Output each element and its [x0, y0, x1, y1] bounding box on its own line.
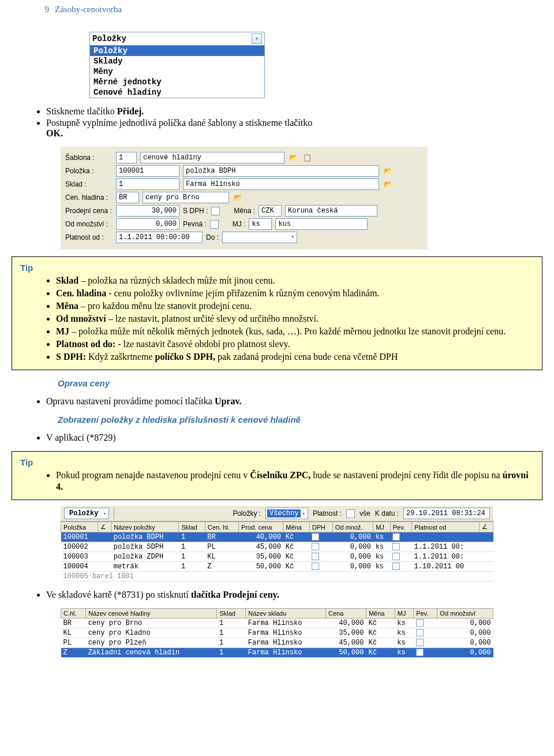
input-sablona-code[interactable]: 1	[116, 152, 137, 163]
chevron-down-icon[interactable]: ▾	[252, 33, 262, 44]
input-odmn[interactable]: 0,000	[116, 218, 179, 230]
tip-label: Tip	[20, 263, 534, 273]
tip-item: Měna – pro každou měnu lze stanovit prod…	[56, 300, 534, 312]
label-polozka: Položka :	[65, 167, 113, 175]
input-kdatu[interactable]: 29.10.2011 08:31:24	[403, 508, 490, 519]
table-row[interactable]: 100003položka ZDPH1KL35,000Kč0,000ks1.1.…	[61, 552, 493, 562]
label-sklad: Sklad :	[65, 180, 113, 188]
polozky-grid-panel: Položky▾ Položky : Všechny▾ Platnost : v…	[61, 506, 493, 582]
label-platod: Platnost od :	[65, 233, 113, 241]
tip-item: Sklad – položka na různých skladech může…	[56, 275, 534, 286]
table-row[interactable]: 100004metrák1Z50,000Kč0,000ks1.10.2011 0…	[61, 562, 493, 572]
subhead-zobrazeni: Zobrazení položky z hlediska příslušnost…	[58, 415, 554, 424]
input-prodc[interactable]: 30,000	[116, 205, 179, 217]
dropdown-item[interactable]: Položky	[90, 46, 264, 56]
input-mj-code[interactable]: ks	[249, 218, 272, 230]
input-sklad-name[interactable]: Farma Hlinsko	[183, 178, 379, 190]
grid-cenove-hladiny[interactable]: C.hl.Název cenové hladinySkladNázev skla…	[61, 608, 493, 658]
label-sdph: S DPH :	[183, 207, 208, 215]
table-row[interactable]: ZZákladní cenová hladin1Farma Hlinsko50,…	[61, 648, 493, 658]
bullet-uprav: Opravu nastavení provádíme pomocí tlačít…	[46, 396, 554, 407]
open-icon[interactable]: 📂	[288, 152, 298, 163]
bullet-ok: Postupně vyplníme jednotlivá políčka dan…	[46, 118, 554, 139]
dropdown-item[interactable]: Měrné jednotky	[90, 77, 264, 87]
label-prodc: Prodejní cena :	[65, 207, 113, 215]
input-polozka-name[interactable]: položka BDPH	[183, 165, 379, 177]
bullet-aplikace: V aplikaci (*8729)	[46, 433, 554, 443]
table-row[interactable]: BRceny pro Brno1Farma Hlinsko40,000Kčks0…	[61, 619, 493, 628]
label-vse: vše	[360, 509, 370, 517]
tip-box-1: Tip Sklad – položka na různých skladech …	[12, 256, 542, 370]
open-icon[interactable]: 📂	[233, 192, 243, 203]
grid-polozky[interactable]: Položka∠Název položkySkladCen. hl.Prod. …	[61, 522, 493, 582]
input-mj-name[interactable]: kus	[275, 218, 368, 230]
input-sablona-name[interactable]: cenové hladiny	[140, 152, 285, 163]
dropdown-field-label: Položky	[92, 34, 126, 43]
page-header: 9 Zásoby-cenotvorba	[0, 0, 554, 14]
checkbox-sdph[interactable]	[211, 207, 220, 215]
label-polozky-filter: Položky :	[233, 509, 261, 517]
cenove-hladiny-grid-panel: C.hl.Název cenové hladinySkladNázev skla…	[61, 608, 493, 658]
label-sablona: Šablona :	[65, 154, 113, 162]
tip-box-2: Tip Pokud program nenajde nastavenou pro…	[12, 451, 542, 500]
bullet-skladova-karta: Ve skladové kartě (*8731) po stisknutí t…	[46, 590, 554, 600]
label-kdatu: K datu :	[375, 509, 399, 517]
input-platod[interactable]: 1.1.2011 00:00:00	[116, 232, 203, 243]
bullet-pridej: Stiskneme tlačítko Přidej.	[46, 106, 554, 117]
label-mj: MJ :	[233, 220, 246, 228]
table-row[interactable]: 100002položka SDPH1PL45,000Kč0,000ks1.1.…	[61, 542, 493, 552]
template-form: Šablona : 1 cenové hladiny 📂 📋 Položka :…	[61, 147, 428, 249]
dropdown-item[interactable]: Měny	[90, 66, 264, 77]
open-icon[interactable]: 📂	[383, 166, 393, 176]
tip-item: Pokud program nenajde nastavenou prodejn…	[56, 470, 534, 493]
label-cenhl: Cen. hladina :	[65, 193, 113, 202]
table-row[interactable]: PLceny pro Plzeň1Farma Hlinsko45,000Kčks…	[61, 638, 493, 648]
page-title: Zásoby-cenotvorba	[55, 5, 122, 14]
combo-polozky[interactable]: Položky▾	[64, 508, 109, 519]
open-icon[interactable]: 📂	[383, 179, 393, 189]
input-mena-code[interactable]: CZK	[259, 205, 282, 217]
form-icon[interactable]: 📋	[302, 152, 312, 163]
dropdown-item[interactable]: Cenové hladiny	[90, 87, 264, 98]
checkbox-platnost[interactable]	[346, 509, 355, 518]
page-number: 9	[38, 5, 49, 14]
tip-item: Cen. hladina - cenu položky ovlivníme je…	[56, 288, 534, 299]
tip-item: MJ – položka může mít několik měrných je…	[56, 326, 534, 337]
label-do: Do :	[206, 233, 219, 241]
dropdown-item[interactable]: Sklady	[90, 56, 264, 66]
input-sklad-code[interactable]: 1	[116, 178, 179, 190]
input-cenhl-name[interactable]: ceny pro Brno	[143, 192, 229, 203]
input-mena-name[interactable]: Koruna česká	[285, 205, 377, 217]
checkbox-pevna[interactable]	[210, 220, 219, 229]
tip-item: Od množství – lze nastavit, platnost urč…	[56, 313, 534, 325]
table-row[interactable]: 100001položka BDPH1BR40,000Kč0,000ks	[61, 532, 493, 542]
combo-vsechny[interactable]: Všechny▾	[265, 508, 308, 519]
label-odmn: Od množství :	[65, 220, 113, 228]
input-polozka-code[interactable]: 100001	[116, 165, 179, 177]
label-mena: Měna :	[234, 207, 255, 215]
label-platnost: Platnost :	[313, 509, 342, 517]
input-cenhl-code[interactable]: BR	[116, 192, 139, 203]
subhead-oprava: Oprava ceny	[58, 378, 554, 388]
tip-label: Tip	[20, 457, 534, 467]
polozky-dropdown: Položky ▾ PoložkySkladyMěnyMěrné jednotk…	[89, 32, 265, 98]
table-row[interactable]: KLceny pro Kladno1Farma Hlinsko35,000Kčk…	[61, 628, 493, 638]
input-platdo[interactable]: ▾	[222, 232, 297, 243]
bullets-1: Stiskneme tlačítko Přidej. Postupně vypl…	[0, 106, 554, 139]
tip-item: Platnost od do: - lze nastavit časové ob…	[56, 338, 534, 350]
label-pevna: Pevná :	[183, 220, 207, 228]
tip-item: S DPH: Když zaškrtneme políčko S DPH, pa…	[56, 351, 534, 363]
